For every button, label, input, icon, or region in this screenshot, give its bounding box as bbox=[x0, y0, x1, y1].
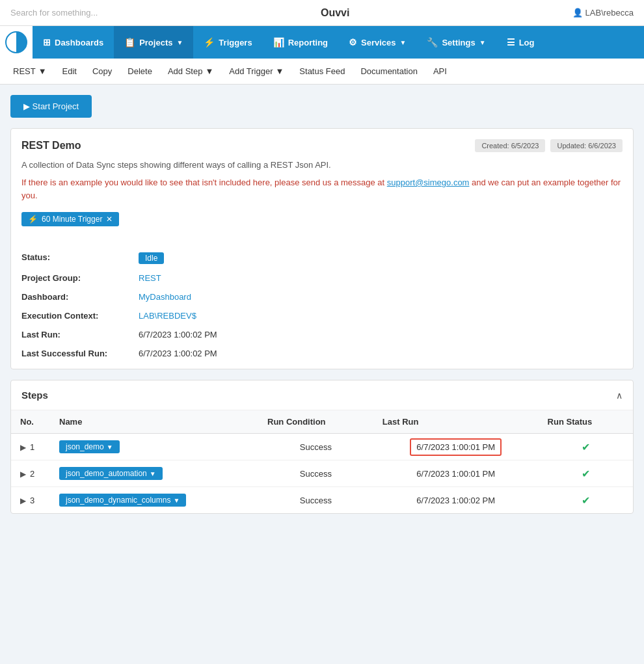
last-successful-run-value: 6/7/2023 1:00:02 PM bbox=[139, 349, 623, 358]
nav-services[interactable]: ⚙ Services ▼ bbox=[338, 26, 416, 59]
app-title: Ouvvi bbox=[321, 7, 349, 19]
success-check-icon: ✔ bbox=[582, 495, 590, 506]
step-expand-icon[interactable]: ▶ bbox=[20, 443, 26, 452]
created-date: Created: 6/5/2023 bbox=[475, 139, 545, 152]
nav-projects[interactable]: 📋 Projects ▼ bbox=[114, 26, 193, 59]
rest-arrow-icon: ▼ bbox=[38, 66, 47, 76]
updated-date: Updated: 6/6/2023 bbox=[550, 139, 623, 152]
step-row-no: ▶2 bbox=[11, 460, 50, 487]
project-dates: Created: 6/5/2023 Updated: 6/6/2023 bbox=[475, 139, 623, 152]
last-run-label: Last Run: bbox=[21, 330, 139, 339]
step-row-last-run: 6/7/2023 1:00:01 PM bbox=[373, 434, 539, 460]
projects-icon: 📋 bbox=[124, 37, 135, 47]
step-row-last-run: 6/7/2023 1:00:02 PM bbox=[373, 487, 539, 514]
logo-icon bbox=[5, 31, 27, 53]
subnav-delete[interactable]: Delete bbox=[120, 59, 160, 84]
dashboard-label: Dashboard: bbox=[21, 292, 139, 302]
last-run-value: 6/7/2023 1:00:02 PM bbox=[139, 330, 623, 339]
subnav-copy[interactable]: Copy bbox=[85, 59, 120, 84]
step-row-run-status: ✔ bbox=[539, 434, 633, 460]
project-card-header: REST Demo Created: 6/5/2023 Updated: 6/6… bbox=[21, 139, 623, 152]
project-info-text: If there is an example you would like to… bbox=[21, 176, 623, 202]
subnav-add-step[interactable]: Add Step ▼ bbox=[160, 59, 221, 84]
nav-dashboards[interactable]: ⊞ Dashboards bbox=[33, 26, 114, 59]
success-check-icon: ✔ bbox=[582, 468, 590, 479]
step-row-run-status: ✔ bbox=[539, 460, 633, 487]
step-row-run-condition: Success bbox=[258, 487, 373, 514]
col-header-run-status: Run Status bbox=[539, 410, 633, 434]
steps-table: No. Name Run Condition Last Run Run Stat… bbox=[11, 410, 633, 513]
info-grid: Status: Idle Project Group: REST Dashboa… bbox=[21, 252, 623, 358]
dashboards-icon: ⊞ bbox=[43, 37, 51, 47]
services-icon: ⚙ bbox=[349, 37, 357, 47]
step-badge-arrow-icon: ▼ bbox=[173, 497, 180, 504]
step-name-badge[interactable]: json_demo ▼ bbox=[59, 440, 120, 453]
step-row-name: json_demo ▼ bbox=[50, 434, 258, 460]
step-badge-arrow-icon: ▼ bbox=[107, 444, 113, 451]
project-description: A collection of Data Sync steps showing … bbox=[21, 160, 623, 170]
status-idle-badge: Idle bbox=[139, 252, 164, 264]
step-expand-icon[interactable]: ▶ bbox=[20, 496, 26, 505]
status-value: Idle bbox=[139, 252, 623, 264]
table-row: ▶3json_demo_dynamic_columns ▼Success6/7/… bbox=[11, 487, 633, 514]
execution-context-value[interactable]: LAB\REBDEV$ bbox=[139, 311, 623, 321]
trigger-badge: ⚡ 60 Minute Trigger ✕ bbox=[21, 212, 119, 226]
trigger-close-icon[interactable]: ✕ bbox=[106, 215, 113, 224]
triggers-icon: ⚡ bbox=[204, 37, 215, 47]
step-badge-arrow-icon: ▼ bbox=[150, 470, 156, 477]
step-name-badge[interactable]: json_demo_automation ▼ bbox=[59, 467, 163, 480]
project-group-value[interactable]: REST bbox=[139, 273, 623, 283]
subnav-api[interactable]: API bbox=[425, 59, 455, 84]
step-row-run-condition: Success bbox=[258, 434, 373, 460]
nav-triggers[interactable]: ⚡ Triggers bbox=[193, 26, 262, 59]
logo bbox=[0, 26, 33, 59]
dashboard-value[interactable]: MyDashboard bbox=[139, 292, 623, 302]
status-label: Status: bbox=[21, 252, 139, 264]
settings-icon: 🔧 bbox=[427, 37, 438, 47]
steps-header: Steps ∧ bbox=[11, 380, 633, 410]
project-title: REST Demo bbox=[21, 140, 81, 152]
main-content: ▶ Start Project REST Demo Created: 6/5/2… bbox=[0, 85, 644, 524]
step-row-last-run: 6/7/2023 1:00:01 PM bbox=[373, 460, 539, 487]
steps-section: Steps ∧ No. Name Run Condition Last Run … bbox=[10, 380, 634, 514]
project-card: REST Demo Created: 6/5/2023 Updated: 6/6… bbox=[10, 128, 634, 369]
start-project-button[interactable]: ▶ Start Project bbox=[10, 95, 92, 118]
project-group-label: Project Group: bbox=[21, 273, 139, 283]
steps-title: Steps bbox=[21, 390, 48, 401]
subnav-add-trigger[interactable]: Add Trigger ▼ bbox=[221, 59, 291, 84]
subnav-edit[interactable]: Edit bbox=[55, 59, 85, 84]
step-row-run-condition: Success bbox=[258, 460, 373, 487]
log-icon: ☰ bbox=[507, 37, 515, 47]
step-row-no: ▶1 bbox=[11, 434, 50, 460]
support-link[interactable]: support@simego.com bbox=[387, 178, 470, 187]
step-row-name: json_demo_dynamic_columns ▼ bbox=[50, 487, 258, 514]
subnav-status-feed[interactable]: Status Feed bbox=[291, 59, 353, 84]
col-header-no: No. bbox=[11, 410, 50, 434]
main-nav: ⊞ Dashboards 📋 Projects ▼ ⚡ Triggers 📊 R… bbox=[0, 26, 644, 59]
last-successful-run-label: Last Successful Run: bbox=[21, 349, 139, 358]
search-placeholder[interactable]: Search for something... bbox=[10, 8, 98, 18]
step-expand-icon[interactable]: ▶ bbox=[20, 470, 26, 479]
execution-context-label: Execution Context: bbox=[21, 311, 139, 321]
steps-collapse-icon[interactable]: ∧ bbox=[616, 390, 623, 401]
trigger-label: 60 Minute Trigger bbox=[42, 215, 102, 224]
step-row-no: ▶3 bbox=[11, 487, 50, 514]
step-row-run-status: ✔ bbox=[539, 487, 633, 514]
user-label: LAB\rebecca bbox=[572, 8, 634, 18]
services-arrow-icon: ▼ bbox=[400, 39, 407, 46]
success-check-icon: ✔ bbox=[582, 442, 590, 453]
nav-reporting[interactable]: 📊 Reporting bbox=[263, 26, 338, 59]
step-name-badge[interactable]: json_demo_dynamic_columns ▼ bbox=[59, 494, 186, 507]
add-step-arrow-icon: ▼ bbox=[205, 66, 213, 76]
step-row-name: json_demo_automation ▼ bbox=[50, 460, 258, 487]
subnav-rest[interactable]: REST ▼ bbox=[5, 59, 55, 84]
subnav-documentation[interactable]: Documentation bbox=[353, 59, 425, 84]
settings-arrow-icon: ▼ bbox=[479, 39, 486, 46]
table-row: ▶2json_demo_automation ▼Success6/7/2023 … bbox=[11, 460, 633, 487]
col-header-run-condition: Run Condition bbox=[258, 410, 373, 434]
trigger-lightning-icon: ⚡ bbox=[28, 215, 38, 224]
reporting-icon: 📊 bbox=[273, 37, 284, 47]
table-row: ▶1json_demo ▼Success6/7/2023 1:00:01 PM✔ bbox=[11, 434, 633, 460]
nav-log[interactable]: ☰ Log bbox=[496, 26, 545, 59]
nav-settings[interactable]: 🔧 Settings ▼ bbox=[416, 26, 496, 59]
